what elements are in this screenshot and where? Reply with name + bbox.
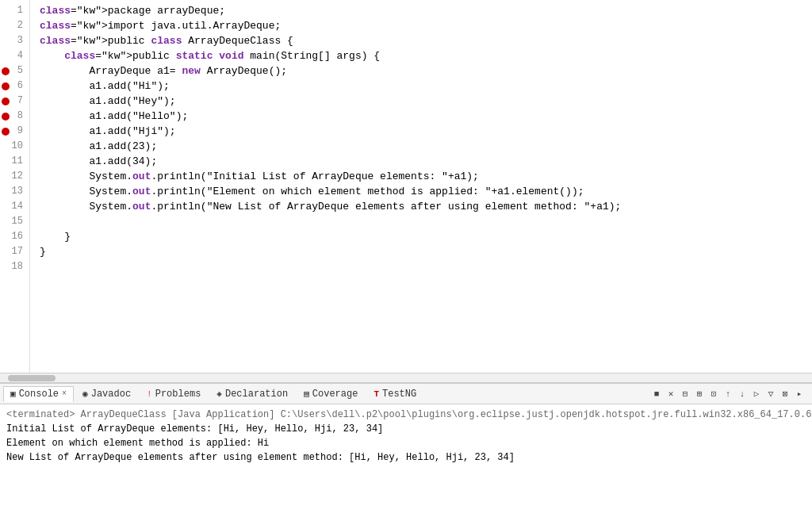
problems-tab-label: Problems — [155, 389, 201, 400]
bottom-tab-problems[interactable]: !Problems — [140, 386, 208, 402]
console-line-2: Element on which element method is appli… — [6, 436, 806, 450]
declaration-tab-icon: ◈ — [216, 389, 222, 399]
bottom-toolbar: ■✕⊟⊞⊡↑↓▷▽⊠▸ — [649, 388, 809, 400]
line-number-17: 17 — [0, 244, 29, 259]
close2-btn[interactable]: ⊠ — [779, 388, 791, 400]
line-number-5: 5 — [0, 63, 29, 79]
code-line-15 — [40, 214, 812, 229]
console-tab-label: Console — [19, 389, 59, 400]
line-number-9: 9 — [0, 124, 29, 139]
horizontal-scrollbar[interactable] — [0, 373, 812, 382]
editor-area: 123456789101112131415161718 class="kw">p… — [0, 0, 812, 382]
code-line-14: System.out.println("New List of ArrayDeq… — [40, 199, 812, 214]
bottom-panel: ▣Console×◉Javadoc!Problems◈Declaration▤C… — [0, 382, 812, 517]
scrollbar-thumb[interactable] — [8, 375, 56, 381]
bottom-tab-declaration[interactable]: ◈Declaration — [209, 386, 295, 402]
line-numbers: 123456789101112131415161718 — [0, 0, 30, 373]
code-line-8: a1.add("Hello"); — [40, 109, 812, 124]
code-line-17: } — [40, 244, 812, 259]
pin-btn[interactable]: ▸ — [793, 388, 806, 400]
console-tab-close[interactable]: × — [62, 389, 67, 398]
coverage-tab-icon: ▤ — [304, 389, 309, 399]
line-number-13: 13 — [0, 184, 29, 199]
down-btn[interactable]: ↓ — [736, 388, 749, 400]
line-number-18: 18 — [0, 259, 29, 274]
code-line-7: a1.add("Hey"); — [40, 94, 812, 109]
maximize-btn[interactable]: ⊞ — [693, 388, 706, 400]
line-number-8: 8 — [0, 109, 29, 124]
clear-btn[interactable]: ✕ — [665, 388, 677, 400]
bottom-tab-coverage[interactable]: ▤Coverage — [297, 386, 365, 402]
bottom-tab-console[interactable]: ▣Console× — [3, 386, 74, 402]
code-line-16: } — [40, 229, 812, 244]
console-output[interactable]: <terminated> ArrayDequeClass [Java Appli… — [0, 404, 812, 517]
line-number-11: 11 — [0, 154, 29, 169]
code-line-3: class="kw">public class ArrayDequeClass … — [40, 33, 812, 48]
code-line-1: class="kw">package arrayDeque; — [40, 3, 812, 18]
code-line-4: class="kw">public static void main(Strin… — [40, 48, 812, 63]
line-number-10: 10 — [0, 139, 29, 154]
code-line-18 — [40, 259, 812, 274]
problems-tab-icon: ! — [147, 389, 152, 399]
bottom-tab-javadoc[interactable]: ◉Javadoc — [75, 386, 138, 402]
line-number-14: 14 — [0, 199, 29, 214]
line-number-1: 1 — [0, 3, 29, 18]
line-number-7: 7 — [0, 94, 29, 109]
code-line-13: System.out.println("Element on which ele… — [40, 184, 812, 199]
declaration-tab-label: Declaration — [225, 389, 288, 400]
bottom-tab-testng[interactable]: TTestNG — [366, 386, 423, 402]
code-line-5: ArrayDeque a1= new ArrayDeque(); — [40, 63, 812, 79]
testng-tab-label: TestNG — [382, 389, 416, 400]
stop-btn[interactable]: ■ — [650, 388, 663, 400]
minimize-btn[interactable]: ⊟ — [679, 388, 691, 400]
line-number-16: 16 — [0, 229, 29, 244]
console-line-1: Initial List of ArrayDeque elements: [Hi… — [6, 422, 806, 436]
line-number-12: 12 — [0, 169, 29, 184]
coverage-tab-label: Coverage — [312, 389, 358, 400]
up-btn[interactable]: ↑ — [722, 388, 734, 400]
console-line-0: <terminated> ArrayDequeClass [Java Appli… — [6, 408, 806, 422]
code-line-10: a1.add(23); — [40, 139, 812, 154]
view-btn[interactable]: ⊡ — [707, 388, 720, 400]
play-btn[interactable]: ▷ — [750, 388, 763, 400]
console-tab-icon: ▣ — [10, 389, 16, 399]
testng-tab-icon: T — [373, 389, 379, 399]
line-number-15: 15 — [0, 214, 29, 229]
javadoc-tab-label: Javadoc — [91, 389, 131, 400]
console-line-3: New List of ArrayDeque elements after us… — [6, 450, 806, 465]
code-line-9: a1.add("Hji"); — [40, 124, 812, 139]
javadoc-tab-icon: ◉ — [82, 389, 88, 399]
code-container: 123456789101112131415161718 class="kw">p… — [0, 0, 812, 373]
code-line-6: a1.add("Hi"); — [40, 79, 812, 94]
code-line-2: class="kw">import java.util.ArrayDeque; — [40, 18, 812, 33]
code-line-12: System.out.println("Initial List of Arra… — [40, 169, 812, 184]
line-number-4: 4 — [0, 48, 29, 63]
code-lines[interactable]: class="kw">package arrayDeque;class="kw"… — [30, 0, 812, 373]
line-number-6: 6 — [0, 79, 29, 94]
code-line-11: a1.add(34); — [40, 154, 812, 169]
line-number-2: 2 — [0, 18, 29, 33]
down2-btn[interactable]: ▽ — [764, 388, 777, 400]
bottom-tabs-bar: ▣Console×◉Javadoc!Problems◈Declaration▤C… — [0, 384, 812, 404]
line-number-3: 3 — [0, 33, 29, 48]
